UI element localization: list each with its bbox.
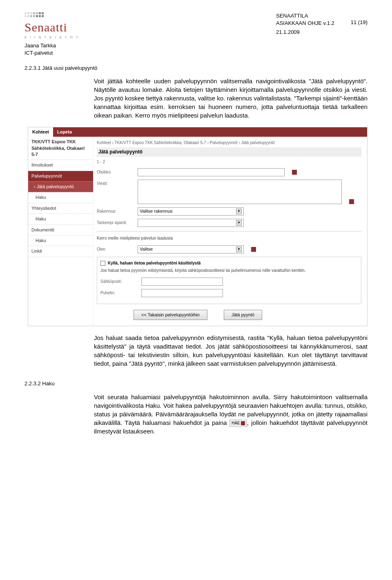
author: Jaana Tarkka [24,42,368,49]
content-pane: Kohteet › TKK/VTT Espoo TKK Sähkötekniik… [94,137,367,326]
hae-button-icon: HAE [229,420,247,427]
sidebar: TKK/VTT Espoo TKK Sähkötekniikka, Otakaa… [28,137,94,326]
submit-button[interactable]: Jätä pyyntö [224,310,262,320]
doc-author-block: Jaana Tarkka ICT-palvelut [24,42,368,57]
app-screenshot: Kohteet Lopeta TKK/VTT Espoo TKK Sähköte… [28,127,368,327]
logo-text: Senaatti [24,19,79,36]
logo-dots-icon [24,12,79,17]
input-otsikko[interactable] [138,168,285,176]
sidebar-item-palvelupyynnot[interactable]: Palvelupyynnöt [28,171,93,182]
label-puhelin: Puhelin: [100,289,137,296]
label-viesti: Viesti: [97,180,134,187]
checkbox-label: Kyllä, haluan tietoa palvelupyyntöni käs… [108,260,200,266]
sidebar-item-dokumentit[interactable]: Dokumentit [28,225,93,236]
select-sijainti[interactable]: ▼ [138,219,244,227]
top-tabbar: Kohteet Lopeta [28,127,367,137]
notify-box: Kyllä, haluan tietoa palvelupyyntöni käs… [97,257,361,304]
input-puhelin[interactable] [141,289,223,297]
sidebar-item-ilmoitukset[interactable]: Ilmoitukset [28,160,93,171]
label-olen: Olen [97,245,134,252]
page-counter: 11 (19) [351,12,368,26]
back-button[interactable]: << Takaisin palvelupyyntöihin [134,310,207,320]
required-icon [349,199,354,204]
sidebar-item-jata-palvelupyynto[interactable]: › Jätä palvelupyyntö [28,182,93,192]
doc-date: 21.1.2009 [276,29,334,36]
search-icon [241,421,245,425]
logo-block: Senaatti K I I N T E I S T Ö T [24,12,79,40]
section-heading-1: 2.2.3.1 Jätä uusi palvelupyyntö [24,64,368,72]
textarea-viesti[interactable] [138,180,342,204]
tab-lopeta[interactable]: Lopeta [53,127,76,137]
notify-note: Jos haluat tietoa pyynnön edistymisestä,… [100,268,358,273]
label-sijainti: Tarkempi sijainti: [97,219,134,226]
chevron-down-icon: ▼ [236,209,242,214]
tab-kohteet[interactable]: Kohteet [28,127,53,137]
dept: ICT-palvelut [24,49,368,57]
chevron-down-icon: ▼ [236,220,242,226]
doc-meta-right: SENAATTILA ASIAKKAAN OHJE v.1.2 21.1.200… [276,12,368,36]
input-sahkoposti[interactable] [141,278,223,286]
sidebar-item-yhteystiedot[interactable]: Yhteystiedot [28,203,93,214]
doc-header: Senaatti K I I N T E I S T Ö T SENAATTIL… [24,12,368,40]
checkbox-notify[interactable] [100,261,105,266]
select-rakennus[interactable]: Valitse rakennus ▼ [138,207,244,216]
paragraph: Voit seurata haluamiasi palvelupyyntöjä … [94,393,368,436]
required-icon [251,247,256,252]
label-otsikko: Otsikko: [97,168,134,175]
required-icon [292,170,297,175]
chevron-down-icon: ▼ [236,247,242,252]
paragraph: Voit jättää kohteelle uuden palvelupyynn… [94,77,368,120]
sidebar-item-haku-1[interactable]: Haku [28,192,93,203]
quality-intro: Kerro meille mielipiteesi palvelun laadu… [97,236,361,241]
page-range: 1 - 2 [97,159,361,165]
doc-subtitle: ASIAKKAAN OHJE v.1.2 [276,20,334,27]
doc-title: SENAATTILA [276,12,334,20]
form-title: Jätä palvelupyyntö [97,147,361,157]
sidebar-kohde-title: TKK/VTT Espoo TKK Sähkötekniikka, Otakaa… [28,137,93,160]
sidebar-item-haku-3[interactable]: Haku [28,236,93,246]
paragraph: Jos haluat saada tietoa palvelupyynnön e… [94,333,368,368]
select-olen[interactable]: Valitse ▼ [138,245,244,253]
logo-subtext: K I I N T E I S T Ö T [24,35,79,40]
sidebar-item-linkit[interactable]: Linkit [28,246,93,257]
sidebar-item-haku-2[interactable]: Haku [28,214,93,224]
label-sahkoposti: Sähköposti: [100,278,137,284]
label-rakennus: Rakennus: [97,207,134,214]
section-heading-2: 2.2.3.2 Haku [24,380,368,387]
breadcrumb: Kohteet › TKK/VTT Espoo TKK Sähkötekniik… [97,140,361,146]
